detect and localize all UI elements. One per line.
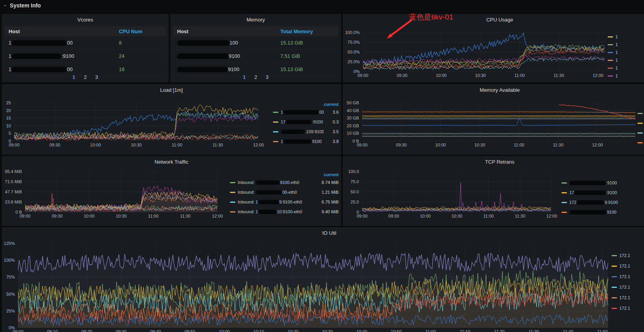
- legend-label: 1: [615, 58, 623, 62]
- legend-item[interactable]: 17:9100: [561, 189, 644, 196]
- x-tick-label: 10:30: [452, 214, 463, 218]
- legend-label: Inbound: 19:9100-eth0: [238, 200, 315, 204]
- series-color-marker: [612, 255, 617, 256]
- legend-item[interactable]: Inbound: 00-eth01.21 MiB: [230, 189, 339, 196]
- host-cell: 1:9100: [5, 53, 119, 59]
- column-header-host[interactable]: Host: [5, 29, 119, 34]
- load-chart[interactable]: 051015202509:0009:3010:0010:3011:0011:30…: [14, 103, 258, 141]
- x-tick-label: 11:30: [515, 214, 526, 218]
- legend-item[interactable]: 1729:9100: [561, 199, 644, 206]
- panel-title-network-traffic[interactable]: Network Traffic: [2, 159, 341, 165]
- io-util-chart[interactable]: 0%25%50%75%100%125%09:0009:1009:2009:300…: [18, 243, 608, 328]
- legend-label: 1: [615, 73, 623, 78]
- panel-title-memory[interactable]: Memory: [171, 17, 341, 23]
- page-button-1[interactable]: 1: [72, 74, 75, 80]
- legend-item[interactable]: 1: [608, 41, 623, 48]
- panel-title-load[interactable]: Load [1m]: [2, 87, 341, 93]
- legend-item[interactable]: .109:91003.5: [273, 128, 339, 135]
- x-tick-label: 11:30: [180, 214, 191, 218]
- legend-item[interactable]: 1: [637, 120, 644, 127]
- page-button-3[interactable]: 3: [95, 74, 98, 80]
- legend-item[interactable]: 172.1: [612, 284, 644, 291]
- legend-item[interactable]: 17:91000.3: [273, 118, 339, 125]
- y-tick-label: 50 GB: [347, 100, 359, 105]
- panel-title-memory-available[interactable]: Memory Available: [343, 87, 644, 93]
- panel-title-io-util[interactable]: IO Util: [2, 230, 644, 236]
- legend-item[interactable]: 191003.8: [273, 138, 339, 145]
- x-tick-label: 09:00: [9, 143, 20, 147]
- redacted-host: [259, 200, 278, 204]
- legend-item[interactable]: 1: [608, 49, 623, 56]
- page-button-3[interactable]: 3: [266, 74, 269, 80]
- legend-item[interactable]: 1: [637, 129, 644, 136]
- legend-item[interactable]: 9100: [561, 209, 644, 216]
- legend-item[interactable]: 172.1: [612, 262, 644, 270]
- legend-item[interactable]: 172.1: [612, 273, 644, 280]
- legend-item[interactable]: Inbound: 9100-eth08.74 MiB: [230, 179, 339, 186]
- page-button-1[interactable]: 1: [243, 74, 246, 80]
- io-chart-canvas[interactable]: [18, 243, 608, 328]
- legend-item[interactable]: 172.1: [612, 252, 644, 259]
- net-chart-canvas[interactable]: [25, 171, 217, 212]
- row-title: System Info: [10, 2, 41, 9]
- y-tick-label: 5: [9, 131, 11, 136]
- legend-item[interactable]: 1003.6: [273, 109, 339, 116]
- x-tick-label: 10:20: [288, 329, 299, 332]
- tcp-chart-canvas[interactable]: [362, 171, 552, 212]
- network-traffic-legend: currentInbound: 9100-eth08.74 MiBInbound…: [230, 172, 339, 218]
- column-header-total-memory[interactable]: Total Memory: [280, 29, 338, 34]
- x-tick-label: 09:50: [185, 329, 196, 332]
- legend-item[interactable]: Inbound: 110:9100-eth09.40 MiB: [230, 208, 339, 215]
- legend-header-current[interactable]: current: [324, 102, 339, 107]
- panel-network-traffic: Network Traffic 0 B23.8 MiB47.7 MiB71.5 …: [2, 156, 341, 226]
- memory-available-chart[interactable]: 0 B10 GB20 GB30 GB40 GB50 GB09:0009:3010…: [362, 103, 636, 141]
- column-header-host[interactable]: Host: [173, 29, 280, 34]
- tcp-retrans-chart[interactable]: 025.050.075.0100.009:0009:3010:0010:3011…: [362, 171, 552, 212]
- legend-item[interactable]: 1: [608, 64, 623, 71]
- host-cell: 100: [173, 40, 280, 46]
- legend-item[interactable]: 1: [608, 33, 623, 40]
- series-color-marker: [230, 182, 235, 183]
- x-tick-label: 09:30: [116, 329, 127, 332]
- table-row: 91007.51 GiB: [173, 50, 338, 63]
- legend-item[interactable]: 172.1: [612, 305, 644, 312]
- series-color-marker: [608, 36, 613, 37]
- legend-header-row: current: [230, 172, 339, 177]
- y-tick-label: 50%: [6, 292, 15, 296]
- panel-title-vcores[interactable]: Vcores: [2, 17, 168, 23]
- legend-label: 100: [281, 110, 324, 114]
- series-color-marker: [637, 113, 643, 114]
- x-tick-label: 10:00: [420, 214, 431, 218]
- legend-item[interactable]: :9100: [561, 179, 644, 186]
- legend-item[interactable]: 1: [637, 110, 644, 117]
- column-header-cpu-num[interactable]: CPU Num: [119, 29, 166, 34]
- legend-label: Inbound: 9100-eth0: [238, 180, 315, 185]
- network-traffic-chart[interactable]: 0 B23.8 MiB47.7 MiB71.5 MiB95.4 MiB09:00…: [25, 171, 217, 212]
- legend-item[interactable]: 1: [608, 57, 623, 64]
- page-button-2[interactable]: 2: [84, 74, 86, 80]
- legend-item[interactable]: Inbound: 19:9100-eth06.75 MiB: [230, 198, 339, 205]
- y-tick-label: 50.0: [351, 189, 359, 194]
- series-line: [362, 133, 635, 134]
- value-cell: 15.13 GiB: [280, 66, 338, 72]
- legend-current-value: 6.75 MiB: [318, 200, 339, 204]
- legend-label: 172.1: [619, 253, 644, 258]
- page-button-2[interactable]: 2: [254, 74, 257, 80]
- x-tick-label: 10:30: [475, 73, 486, 78]
- host-cell: 9100: [173, 53, 280, 59]
- legend-header-current[interactable]: current: [324, 172, 339, 177]
- series-color-marker: [612, 276, 617, 277]
- value-cell: 7.51 GiB: [280, 53, 338, 59]
- x-tick-label: 11:00: [425, 329, 436, 332]
- row-header-system-info[interactable]: ⌄ System Info: [3, 2, 41, 9]
- legend-item[interactable]: 1: [637, 139, 644, 146]
- panel-title-tcp-retrans[interactable]: TCP Retrans: [343, 159, 644, 165]
- legend-item[interactable]: 172.1: [612, 294, 644, 301]
- load-chart-canvas[interactable]: [14, 103, 258, 141]
- mem-chart-canvas[interactable]: [362, 103, 636, 141]
- legend-current-value: 9.40 MiB: [318, 209, 339, 214]
- series-color-marker: [637, 132, 643, 134]
- legend-item[interactable]: 1: [608, 72, 623, 79]
- legend-label: 1: [615, 50, 623, 55]
- panel-vcores: Vcores Host CPU Num 10081:91002410016 12…: [2, 14, 169, 82]
